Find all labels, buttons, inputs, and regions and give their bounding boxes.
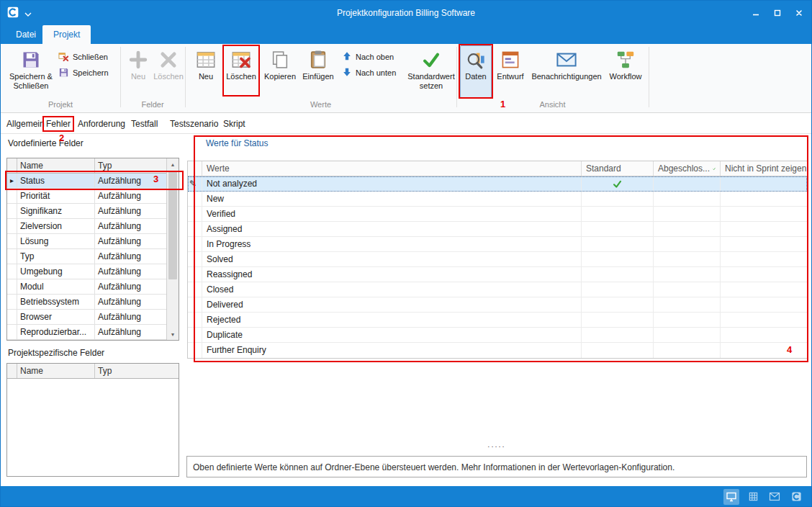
- column-header-werte[interactable]: Werte: [202, 161, 582, 176]
- column-header-name[interactable]: Name: [17, 158, 95, 173]
- field-row[interactable]: Reproduzierbar...Aufzählung: [7, 325, 179, 340]
- abgeschlossen-cell[interactable]: [654, 297, 721, 312]
- sprint-cell[interactable]: [721, 282, 807, 297]
- field-row[interactable]: SignifikanzAufzählung: [7, 204, 179, 219]
- field-row[interactable]: PrioritätAufzählung: [7, 189, 179, 204]
- view-design-button[interactable]: Entwurf: [495, 45, 526, 98]
- value-delete-button[interactable]: Löschen: [224, 45, 258, 98]
- sprint-cell[interactable]: [721, 343, 807, 358]
- abgeschlossen-cell[interactable]: [654, 222, 721, 236]
- save-project-button[interactable]: Speichern: [58, 66, 117, 80]
- sprint-cell[interactable]: [721, 207, 807, 221]
- standard-cell[interactable]: [582, 267, 654, 282]
- field-row[interactable]: LösungAufzählung: [7, 234, 179, 249]
- view-data-button[interactable]: Daten: [460, 45, 492, 98]
- abgeschlossen-cell[interactable]: [654, 343, 721, 358]
- field-row[interactable]: ModulAufzählung: [7, 279, 179, 295]
- statusbar-grid-icon[interactable]: [745, 489, 761, 505]
- close-project-button[interactable]: Schließen: [58, 50, 117, 64]
- standard-cell[interactable]: [582, 282, 654, 297]
- statusbar-app-logo-icon[interactable]: [788, 489, 804, 505]
- field-row[interactable]: BrowserAufzählung: [7, 310, 179, 325]
- value-row[interactable]: Duplicate: [188, 328, 807, 343]
- value-row[interactable]: Closed: [188, 282, 807, 297]
- tab-testfall[interactable]: Testfall: [131, 119, 158, 129]
- standard-cell[interactable]: [582, 343, 654, 358]
- value-row[interactable]: Further Enquiry: [188, 343, 807, 358]
- standard-cell[interactable]: [582, 237, 654, 251]
- abgeschlossen-cell[interactable]: [654, 176, 721, 191]
- standard-cell[interactable]: [582, 222, 654, 236]
- value-row[interactable]: Assigned: [188, 222, 807, 237]
- tab-fehler[interactable]: Fehler: [46, 119, 71, 129]
- scroll-up-arrow-icon[interactable]: ▲: [167, 158, 179, 170]
- scrollbar-thumb[interactable]: [168, 171, 177, 279]
- close-button[interactable]: [788, 4, 810, 22]
- splitter-handle[interactable]: .....: [186, 440, 807, 449]
- ribbon-tab-projekt[interactable]: Projekt: [42, 25, 91, 44]
- standard-cell[interactable]: [582, 313, 654, 327]
- value-row[interactable]: New: [188, 192, 807, 207]
- sprint-cell[interactable]: [721, 237, 807, 251]
- tab-allgemein[interactable]: Allgemein: [6, 119, 45, 129]
- move-up-button[interactable]: Nach oben: [342, 50, 404, 64]
- abgeschlossen-cell[interactable]: [654, 282, 721, 297]
- field-delete-button[interactable]: Löschen: [153, 45, 184, 98]
- abgeschlossen-cell[interactable]: [654, 252, 721, 266]
- field-row[interactable]: BetriebssystemAufzählung: [7, 295, 179, 310]
- standard-cell[interactable]: [582, 297, 654, 312]
- standard-cell[interactable]: [582, 192, 654, 206]
- value-row-not-analyzed[interactable]: ✎ Not analyzed: [188, 176, 807, 192]
- column-header-abgeschlossen[interactable]: Abgeschlos...: [654, 161, 721, 176]
- value-copy-button[interactable]: Kopieren: [261, 45, 299, 98]
- value-row[interactable]: Rejected: [188, 313, 807, 328]
- sprint-cell[interactable]: [721, 222, 807, 236]
- abgeschlossen-cell[interactable]: [654, 328, 721, 342]
- column-header-name[interactable]: Name: [17, 364, 95, 378]
- tab-anforderung[interactable]: Anforderung: [78, 119, 125, 129]
- sprint-cell[interactable]: [721, 313, 807, 327]
- sprint-cell[interactable]: [721, 297, 807, 312]
- value-row[interactable]: Reassigned: [188, 267, 807, 282]
- tab-testszenario[interactable]: Testszenario: [170, 119, 218, 129]
- workflow-button[interactable]: Workflow: [607, 45, 644, 98]
- abgeschlossen-cell[interactable]: [654, 207, 721, 221]
- tab-skript[interactable]: Skript: [223, 119, 245, 129]
- field-row[interactable]: TypAufzählung: [7, 249, 179, 264]
- value-row[interactable]: Delivered: [188, 297, 807, 313]
- value-row[interactable]: Solved: [188, 252, 807, 267]
- notifications-button[interactable]: Benachrichtigungen: [528, 45, 605, 98]
- statusbar-mail-icon[interactable]: [767, 489, 782, 505]
- column-header-typ[interactable]: Typ: [95, 364, 179, 378]
- set-default-button[interactable]: Standardwert setzen: [405, 45, 457, 98]
- abgeschlossen-cell[interactable]: [654, 267, 721, 282]
- field-row-status[interactable]: ▸ Status Aufzählung: [7, 174, 179, 189]
- save-and-close-button[interactable]: Speichern & Schließen: [6, 45, 55, 98]
- abgeschlossen-cell[interactable]: [654, 237, 721, 251]
- sprint-cell[interactable]: [721, 176, 807, 191]
- value-new-button[interactable]: Neu: [191, 45, 221, 98]
- abgeschlossen-cell[interactable]: [654, 313, 721, 327]
- field-row[interactable]: ZielversionAufzählung: [7, 219, 179, 234]
- standard-cell[interactable]: [582, 252, 654, 266]
- ribbon-tab-datei[interactable]: Datei: [5, 25, 47, 44]
- move-down-button[interactable]: Nach unten: [342, 66, 404, 80]
- sprint-cell[interactable]: [721, 252, 807, 266]
- standard-check-cell[interactable]: [582, 176, 654, 191]
- minimize-button[interactable]: [745, 4, 767, 22]
- field-new-button[interactable]: Neu: [125, 45, 152, 98]
- abgeschlossen-cell[interactable]: [654, 192, 721, 206]
- statusbar-devices-icon[interactable]: [723, 489, 739, 505]
- sprint-cell[interactable]: [721, 267, 807, 282]
- maximize-button[interactable]: [767, 4, 788, 22]
- column-header-standard[interactable]: Standard: [582, 161, 654, 176]
- standard-cell[interactable]: [582, 207, 654, 221]
- vertical-scrollbar[interactable]: ▲ ▼: [166, 158, 179, 340]
- column-header-sprint[interactable]: Nicht in Sprint zeigen: [721, 161, 807, 176]
- field-row[interactable]: UmgebungAufzählung: [7, 264, 179, 279]
- standard-cell[interactable]: [582, 328, 654, 342]
- sprint-cell[interactable]: [721, 328, 807, 342]
- sprint-cell[interactable]: [721, 192, 807, 206]
- value-row[interactable]: In Progress: [188, 237, 807, 252]
- scroll-down-arrow-icon[interactable]: ▼: [167, 328, 179, 340]
